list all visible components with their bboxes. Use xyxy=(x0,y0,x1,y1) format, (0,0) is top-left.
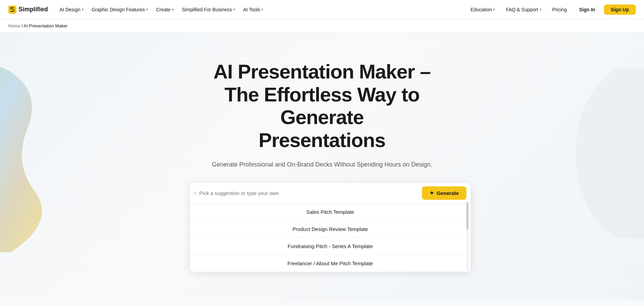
chevron-down-icon: ▾ xyxy=(233,8,235,11)
suggestion-item[interactable]: Freelancer / About Me Pitch Template xyxy=(190,255,471,272)
suggestion-item[interactable]: Fundraising Pitch - Series A Template xyxy=(190,238,471,255)
decorative-blob-right xyxy=(569,67,644,238)
svg-rect-0 xyxy=(8,5,16,14)
logo-text: Simplified xyxy=(18,6,48,13)
main-nav: Simplified AI Design ▾ Graphic Design Fe… xyxy=(0,0,644,19)
chevron-down-icon: ▾ xyxy=(540,8,541,11)
nav-right: Education ▾ FAQ & Support ▾ Pricing Sign… xyxy=(466,4,636,15)
hero-subtitle: Generate Professional and On-Brand Decks… xyxy=(190,160,454,169)
expand-icon[interactable]: › xyxy=(194,190,196,196)
suggestion-item[interactable]: Sales Pitch Template xyxy=(190,204,471,221)
search-row: › ✦ Generate xyxy=(190,183,471,204)
search-container: › ✦ Generate Sales Pitch Template Produc… xyxy=(190,183,471,272)
nav-education[interactable]: Education ▾ xyxy=(467,5,498,14)
signin-button[interactable]: Sign In xyxy=(573,4,601,15)
nav-create[interactable]: Create ▾ xyxy=(153,5,177,14)
breadcrumb-home[interactable]: Home xyxy=(8,23,20,28)
chevron-down-icon: ▾ xyxy=(261,8,263,11)
magic-wand-icon: ✦ xyxy=(429,190,434,196)
scrollbar-track xyxy=(466,202,468,270)
suggestion-item[interactable]: Product Design Review Template xyxy=(190,221,471,238)
nav-ai-tools[interactable]: AI Tools ▾ xyxy=(240,5,267,14)
breadcrumb-current: AI Presentation Maker xyxy=(24,23,68,28)
generate-button[interactable]: ✦ Generate xyxy=(422,186,466,200)
hero-content: AI Presentation Maker – The Effortless W… xyxy=(182,60,462,272)
chevron-down-icon: ▾ xyxy=(172,8,173,11)
nav-faq-support[interactable]: FAQ & Support ▾ xyxy=(502,5,544,14)
logo[interactable]: Simplified xyxy=(8,5,48,14)
nav-ai-design[interactable]: AI Design ▾ xyxy=(56,5,87,14)
nav-graphic-design[interactable]: Graphic Design Features ▾ xyxy=(88,5,152,14)
signup-button[interactable]: Sign Up xyxy=(604,4,636,15)
chevron-down-icon: ▾ xyxy=(82,8,83,11)
search-input[interactable] xyxy=(199,190,422,196)
svg-point-1 xyxy=(576,67,644,238)
hero-title: AI Presentation Maker – The Effortless W… xyxy=(190,60,454,152)
chevron-down-icon: ▾ xyxy=(146,8,148,11)
decorative-blob-left xyxy=(0,47,82,252)
suggestions-list: Sales Pitch Template Product Design Revi… xyxy=(190,204,471,272)
scrollbar-thumb[interactable] xyxy=(466,202,468,230)
nav-items: AI Design ▾ Graphic Design Features ▾ Cr… xyxy=(56,5,466,14)
nav-pricing[interactable]: Pricing xyxy=(549,5,570,14)
nav-for-business[interactable]: Simplified For Business ▾ xyxy=(178,5,238,14)
breadcrumb: Home / AI Presentation Maker xyxy=(0,19,644,33)
hero-section: AI Presentation Maker – The Effortless W… xyxy=(0,33,644,300)
chevron-down-icon: ▾ xyxy=(493,8,495,11)
